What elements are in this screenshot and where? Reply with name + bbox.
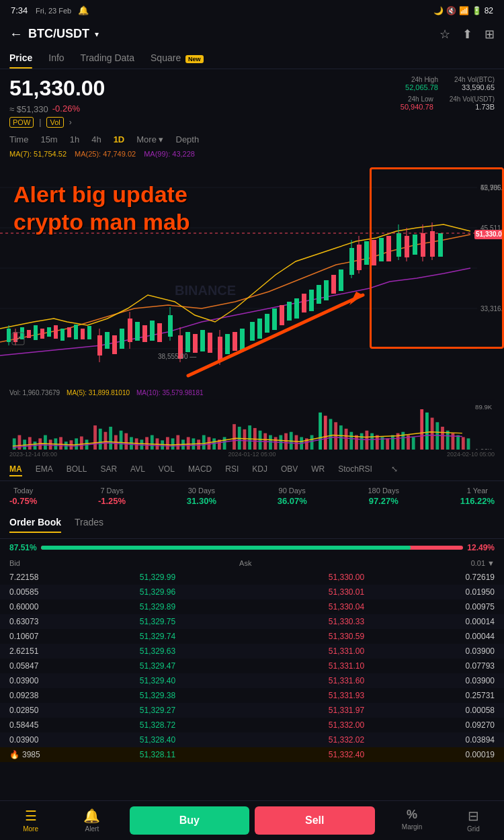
svg-rect-45	[225, 334, 230, 354]
svg-rect-110	[120, 431, 123, 450]
main-tabs: Price Info Trading Data Square New	[0, 47, 504, 69]
svg-text:89.9K: 89.9K	[475, 403, 493, 411]
ind-tab-obv[interactable]: OBV	[281, 463, 298, 476]
svg-rect-57	[317, 285, 321, 304]
favorite-icon[interactable]: ☆	[439, 27, 450, 42]
ind-tab-sar[interactable]: SAR	[100, 463, 117, 476]
ind-tab-expand[interactable]: ⤡	[391, 463, 398, 476]
ind-tab-wr[interactable]: WR	[311, 463, 325, 476]
col-ask: Ask	[239, 559, 251, 567]
order-row: 0.02850 51,329.27 51,331.97 0.00058	[0, 703, 504, 718]
ob-tab-trades[interactable]: Trades	[75, 517, 103, 533]
price-stats: 24h High 52,065.78 24h Vol(BTC) 33,590.6…	[401, 76, 495, 111]
perf-90d-value: 36.07%	[278, 496, 307, 506]
svg-rect-19	[60, 329, 65, 341]
timeframe-bar: Time 15m 1h 4h 1D More ▾ Depth	[0, 130, 504, 149]
svg-rect-138	[269, 435, 272, 450]
svg-rect-113	[135, 438, 138, 450]
svg-rect-78	[438, 233, 443, 257]
svg-rect-154	[355, 435, 358, 450]
svg-text:52,985.00: 52,985.00	[480, 184, 504, 192]
perf-today-value: -0.75%	[9, 496, 37, 506]
header: ← BTC/USDT ▾ ☆ ⬆ ⊞	[0, 21, 504, 47]
ind-tab-macd[interactable]: MACD	[188, 463, 212, 476]
buy-sell-area: Buy Sell	[123, 801, 382, 840]
svg-rect-21	[74, 325, 78, 339]
svg-rect-41	[200, 330, 205, 351]
share-icon[interactable]: ⬆	[462, 27, 472, 42]
svg-rect-49	[257, 319, 262, 339]
svg-rect-15	[34, 325, 38, 340]
tf-15m[interactable]: 15m	[40, 134, 57, 144]
svg-rect-107	[104, 432, 108, 450]
svg-rect-161	[391, 435, 394, 450]
nav-more[interactable]: ☰ More	[0, 802, 61, 839]
svg-rect-168	[431, 418, 434, 450]
vol-tag[interactable]: Vol	[46, 117, 63, 128]
tf-time[interactable]: Time	[9, 134, 28, 144]
svg-rect-105	[93, 425, 97, 450]
ind-tab-ma[interactable]: MA	[9, 463, 22, 476]
ind-tab-ema[interactable]: EMA	[36, 463, 53, 476]
svg-rect-56	[309, 290, 314, 311]
order-header: Bid Ask 0.01 ▼	[0, 556, 504, 570]
svg-text:BINANCE: BINANCE	[175, 283, 236, 298]
svg-rect-53	[287, 302, 292, 321]
svg-rect-123	[187, 437, 190, 450]
svg-rect-157	[370, 433, 374, 450]
sell-button[interactable]: Sell	[255, 806, 375, 835]
nav-margin[interactable]: % Margin	[382, 802, 443, 839]
order-row-fire: 🔥 3985 51,328.11 51,332.40 0.00019	[0, 747, 504, 762]
tf-more[interactable]: More ▾	[136, 134, 163, 144]
ma99-label: MA(99): 43,228	[144, 150, 195, 158]
order-row: 0.00585 51,329.96 51,330.01 0.01950	[0, 585, 504, 599]
pow-tag[interactable]: POW	[9, 117, 34, 128]
svg-rect-147	[319, 413, 322, 450]
perf-7d-value: -1.25%	[98, 496, 126, 506]
ind-tab-boll[interactable]: BOLL	[67, 463, 87, 476]
svg-rect-153	[349, 432, 353, 450]
nav-grid[interactable]: ⊟ Grid	[443, 802, 504, 839]
pair-dropdown[interactable]: ▾	[95, 30, 99, 39]
ind-tab-kdj[interactable]: KDJ	[252, 463, 267, 476]
svg-rect-59	[331, 275, 336, 294]
tab-square[interactable]: Square New	[151, 47, 204, 69]
svg-rect-167	[425, 413, 429, 450]
buy-button[interactable]: Buy	[130, 806, 250, 835]
perf-1y-label: 1 Year	[460, 487, 495, 495]
performance-row: Today -0.75% 7 Days -1.25% 30 Days 31.30…	[0, 481, 504, 511]
col-qty[interactable]: 0.01 ▼	[471, 559, 495, 567]
ask-percentage: 12.49%	[467, 543, 495, 552]
tab-price[interactable]: Price	[9, 47, 32, 69]
svg-rect-97	[49, 439, 52, 450]
svg-rect-52	[280, 305, 284, 325]
ind-tab-rsi[interactable]: RSI	[225, 463, 239, 476]
grid-icon[interactable]: ⊞	[485, 27, 495, 42]
ind-tab-stochrsi[interactable]: StochRSI	[338, 463, 372, 476]
order-row: 0.03900 51,328.40 51,332.02 0.03894	[0, 732, 504, 747]
tf-depth[interactable]: Depth	[176, 134, 200, 144]
ind-tab-avl[interactable]: AVL	[130, 463, 145, 476]
svg-rect-31	[135, 322, 140, 341]
nav-margin-label: Margin	[402, 823, 423, 831]
price-section: 51,330.00 ≈ $51,330 -0.26% POW | Vol › 2…	[0, 69, 504, 130]
ind-tab-vol[interactable]: VOL	[159, 463, 175, 476]
tf-4h[interactable]: 4h	[91, 134, 101, 144]
ob-tab-orderbook[interactable]: Order Book	[9, 517, 61, 533]
svg-rect-67	[379, 238, 384, 261]
price-usd: ≈ $51,330	[9, 104, 48, 114]
tab-info[interactable]: Info	[48, 47, 64, 69]
order-row: 7.22158 51,329.99 51,330.00 0.72619	[0, 570, 504, 585]
tf-1d[interactable]: 1D	[114, 134, 125, 144]
order-row: 0.10607 51,329.74 51,330.59 0.00044	[0, 629, 504, 644]
svg-rect-73	[413, 235, 417, 255]
svg-rect-58	[324, 280, 329, 300]
order-book-rows: 7.22158 51,329.99 51,330.00 0.72619 0.00…	[0, 570, 504, 762]
nav-alert[interactable]: 🔔 Alert	[61, 802, 122, 839]
svg-rect-120	[171, 438, 175, 450]
tab-trading-data[interactable]: Trading Data	[81, 47, 134, 69]
svg-rect-160	[386, 438, 389, 450]
tf-1h[interactable]: 1h	[70, 134, 79, 144]
back-button[interactable]: ←	[9, 26, 23, 42]
svg-rect-99	[59, 437, 62, 450]
